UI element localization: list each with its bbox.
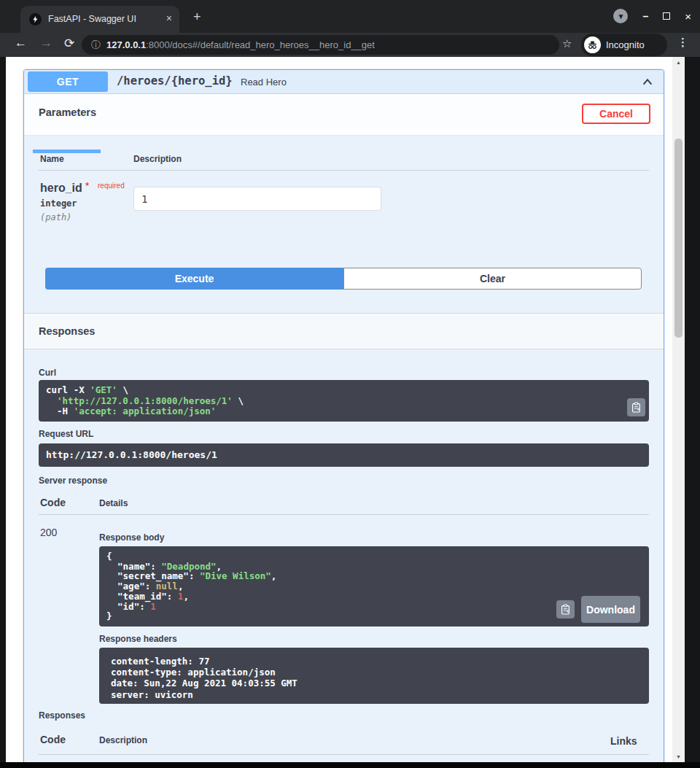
method-badge: GET — [28, 71, 108, 92]
page-info-icon[interactable]: ⓘ — [91, 39, 101, 52]
endpoint-summary: Read Hero — [241, 77, 287, 88]
execute-row: Execute Clear — [45, 268, 642, 290]
doc-col-description-header: Description — [99, 735, 147, 745]
url-path: :8000/docs#/default/read_hero_heroes__he… — [146, 39, 375, 50]
doc-col-code-header: Code — [40, 734, 66, 745]
tab-parameters[interactable]: Parameters — [39, 106, 96, 118]
browser-menu-icon[interactable]: ⋮ — [677, 36, 688, 49]
response-headers-label: Response headers — [99, 634, 177, 644]
execute-button[interactable]: Execute — [45, 268, 343, 290]
reload-button[interactable]: ⟳ — [64, 36, 74, 51]
url-host: 127.0.0.1 — [106, 39, 146, 50]
incognito-badge: Incognito — [581, 34, 667, 56]
server-response-label: Server response — [39, 476, 107, 486]
doc-col-links-header: Links — [610, 735, 637, 747]
endpoint-path: /heroes/{hero_id} — [117, 74, 233, 88]
collapse-chevron-icon[interactable] — [641, 76, 654, 90]
status-code: 200 — [40, 527, 57, 538]
swagger-page: GET /heroes/{hero_id} Read Hero Paramete… — [6, 57, 672, 762]
responses-section-header: Responses — [24, 313, 664, 349]
new-tab-button[interactable]: + — [193, 9, 201, 25]
download-button[interactable]: Download — [581, 596, 640, 623]
browser-toolbar: ← → ⟳ ⓘ 127.0.0.1:8000/docs#/default/rea… — [0, 33, 700, 57]
close-window-button[interactable]: × — [685, 10, 691, 23]
forward-button[interactable]: → — [40, 36, 52, 50]
minimize-button[interactable]: – — [642, 12, 648, 20]
browser-update-icon[interactable]: ▼ — [613, 9, 628, 23]
col-description-header: Description — [133, 154, 182, 164]
back-button[interactable]: ← — [15, 36, 27, 50]
col-name-header: Name — [40, 154, 64, 164]
tab-close-icon[interactable]: × — [166, 12, 172, 24]
opblock-summary[interactable]: GET /heroes/{hero_id} Read Hero — [24, 70, 664, 94]
copy-response-button[interactable] — [556, 600, 575, 618]
documented-responses-title: Responses — [39, 710, 85, 721]
table-divider — [39, 514, 649, 515]
copy-curl-button[interactable] — [627, 398, 645, 416]
curl-label: Curl — [39, 368, 56, 378]
cancel-button[interactable]: Cancel — [582, 104, 650, 124]
curl-code-block: curl -X 'GET' \ 'http://127.0.0.1:8000/h… — [39, 380, 649, 422]
fastapi-favicon-icon — [29, 13, 42, 26]
maximize-button[interactable] — [663, 12, 670, 20]
window-controls: ▼ – × — [613, 9, 691, 23]
responses-title: Responses — [39, 325, 95, 337]
col-code-header: Code — [40, 497, 66, 508]
param-name: hero_id * — [40, 181, 89, 195]
table-divider — [39, 170, 649, 171]
address-bar[interactable]: ⓘ 127.0.0.1:8000/docs#/default/read_hero… — [82, 35, 559, 55]
window-bottom-edge — [0, 762, 700, 768]
param-location: (path) — [40, 212, 71, 222]
required-label: required — [98, 182, 125, 190]
bookmark-star-icon[interactable]: ☆ — [562, 37, 572, 50]
response-body-label: Response body — [99, 532, 164, 543]
incognito-label: Incognito — [606, 39, 645, 50]
scrollbar-down-icon[interactable]: ▼ — [672, 754, 685, 759]
tab-title: FastAPI - Swagger UI — [48, 14, 136, 24]
table-divider — [39, 754, 649, 755]
active-tab-underline — [33, 150, 101, 153]
incognito-icon — [584, 36, 601, 53]
opblock-get-heroes: GET /heroes/{hero_id} Read Hero Paramete… — [23, 69, 664, 762]
hero-id-input[interactable] — [133, 187, 381, 211]
browser-tab[interactable]: FastAPI - Swagger UI × — [20, 6, 179, 33]
request-url-label: Request URL — [39, 429, 93, 439]
clear-button[interactable]: Clear — [343, 268, 642, 290]
page-scrollbar[interactable]: ▲ ▼ — [672, 57, 685, 762]
required-star: * — [85, 181, 89, 191]
response-headers-block: content-length: 77content-type: applicat… — [99, 648, 649, 704]
col-details-header: Details — [99, 498, 128, 508]
scrollbar-up-icon[interactable]: ▲ — [672, 60, 685, 65]
scrollbar-thumb[interactable] — [674, 139, 682, 338]
operation-tab-row: Parameters Cancel — [24, 94, 664, 136]
request-url-value: http://127.0.0.1:8000/heroes/1 — [39, 443, 649, 467]
tab-strip: FastAPI - Swagger UI × + ▼ – × — [0, 0, 700, 33]
param-type: integer — [40, 198, 77, 209]
